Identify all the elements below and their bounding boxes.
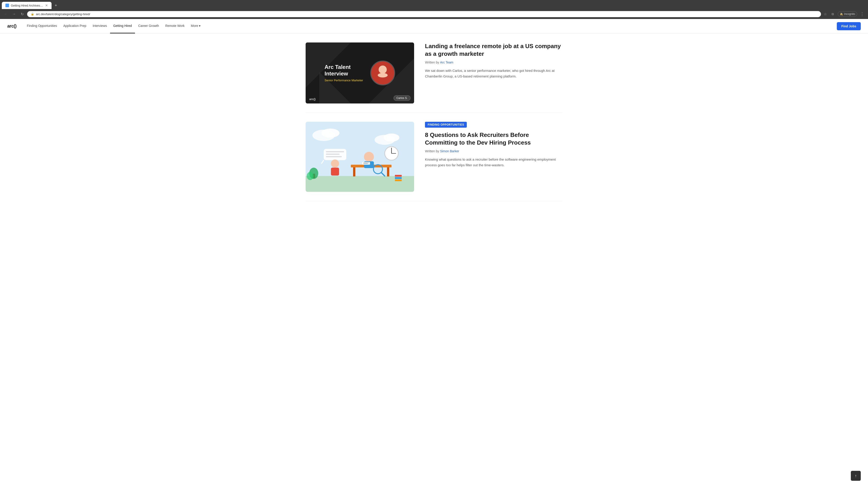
website: arc() Finding Opportunities Application … [0,19,868,201]
svg-point-36 [307,172,313,180]
nav-application-prep[interactable]: Application Prep [60,19,90,33]
article-image-2[interactable] [306,122,414,192]
svg-point-30 [331,160,339,168]
arc-logo-bottom: arc() [309,97,315,101]
svg-rect-27 [326,151,344,152]
article-card-1: Arc TalentInterview Senior Performance M… [306,33,562,113]
article-body-1: Landing a freelance remote job at a US c… [425,42,562,79]
nav-finding-opportunities[interactable]: Finding Opportunities [24,19,60,33]
active-tab[interactable]: Getting Hired Archives - Arc Ta ✕ [2,2,52,9]
article-title-1[interactable]: Landing a freelance remote job at a US c… [425,42,562,58]
back-button[interactable]: ← [3,11,9,17]
svg-rect-15 [353,167,355,176]
browser-chrome: Getting Hired Archives - Arc Ta ✕ + ← → … [0,0,868,19]
incognito-label: Incognito [844,12,855,15]
article-author-1: Written by Arc Team [425,61,562,64]
find-jobs-button[interactable]: Find Jobs [837,22,861,30]
chevron-down-icon: ▾ [199,24,200,28]
arc-talent-subtitle: Senior Performance Marketer [324,78,363,82]
address-bar[interactable]: 🔒 arc.dev/talent-blog/category/getting-h… [27,11,821,17]
svg-rect-21 [363,163,368,164]
tab-bar: Getting Hired Archives - Arc Ta ✕ + [0,0,868,9]
arc-talent-content: Arc TalentInterview Senior Performance M… [319,55,401,91]
lock-icon: 🔒 [31,12,34,15]
arc-talent-avatar [370,61,395,86]
article-author-link-2[interactable]: Simon Barker [440,149,459,153]
article-author-link-1[interactable]: Arc Team [440,61,454,64]
nav-career-growth[interactable]: Career Growth [135,19,162,33]
incognito-icon: 🕵 [840,12,843,15]
bookmark-button[interactable]: ☆ [823,11,828,17]
arc-talent-text: Arc TalentInterview Senior Performance M… [324,64,363,82]
article-card-2: Finding Opportunities 8 Questions to Ask… [306,113,562,201]
svg-rect-20 [363,163,369,163]
svg-point-17 [364,152,374,162]
nav-links: Finding Opportunities Application Prep I… [24,19,833,33]
svg-rect-39 [395,180,402,181]
browser-controls: ← → ↻ 🔒 arc.dev/talent-blog/category/get… [0,9,868,19]
forward-button[interactable]: → [11,11,17,17]
extensions-button[interactable]: ⧉ [830,11,836,17]
article-category-tag-2[interactable]: Finding Opportunities [425,122,467,128]
carlos-badge: Carlos S. [394,95,410,101]
tab-favicon [5,4,9,7]
article-author-2: Written by Simon Barker [425,149,562,153]
nav-more[interactable]: More ▾ [188,19,204,33]
nav-getting-hired[interactable]: Getting Hired [110,19,135,33]
refresh-button[interactable]: ↻ [19,11,25,17]
svg-rect-16 [387,167,389,176]
nav-interviews[interactable]: Interviews [90,19,110,33]
arc-talent-image: Arc TalentInterview Senior Performance M… [306,42,414,103]
article-image-1[interactable]: Arc TalentInterview Senior Performance M… [306,42,414,103]
svg-rect-28 [326,154,340,155]
article-body-2: Finding Opportunities 8 Questions to Ask… [425,122,562,168]
svg-point-12 [383,133,399,142]
svg-rect-38 [395,177,402,179]
svg-point-7 [378,73,388,77]
svg-rect-29 [326,156,342,157]
incognito-indicator: 🕵 Incognito [838,11,857,17]
address-text: arc.dev/talent-blog/category/getting-hir… [36,12,817,16]
svg-rect-31 [331,168,339,175]
browser-menu-button[interactable]: ⋮ [859,11,865,17]
new-tab-button[interactable]: + [53,2,59,9]
article-title-2[interactable]: 8 Questions to Ask Recruiters Before Com… [425,131,562,147]
article-excerpt-1: We sat down with Carlos, a senior perfor… [425,68,562,79]
tab-title: Getting Hired Archives - Arc Ta [11,4,43,7]
browser-extensions: ⧉ 🕵 Incognito ⋮ [830,11,865,17]
svg-rect-37 [395,175,402,177]
tab-close-button[interactable]: ✕ [45,4,48,7]
svg-point-10 [321,129,340,138]
illustration-image [306,122,414,192]
arc-talent-title: Arc TalentInterview [324,64,363,77]
article-excerpt-2: Knowing what questions to ask a recruite… [425,157,562,168]
nav-remote-work[interactable]: Remote Work [162,19,188,33]
main-nav: arc() Finding Opportunities Application … [0,19,868,33]
svg-point-5 [379,66,387,74]
main-content: Arc TalentInterview Senior Performance M… [298,33,569,201]
site-logo[interactable]: arc() [7,24,17,29]
